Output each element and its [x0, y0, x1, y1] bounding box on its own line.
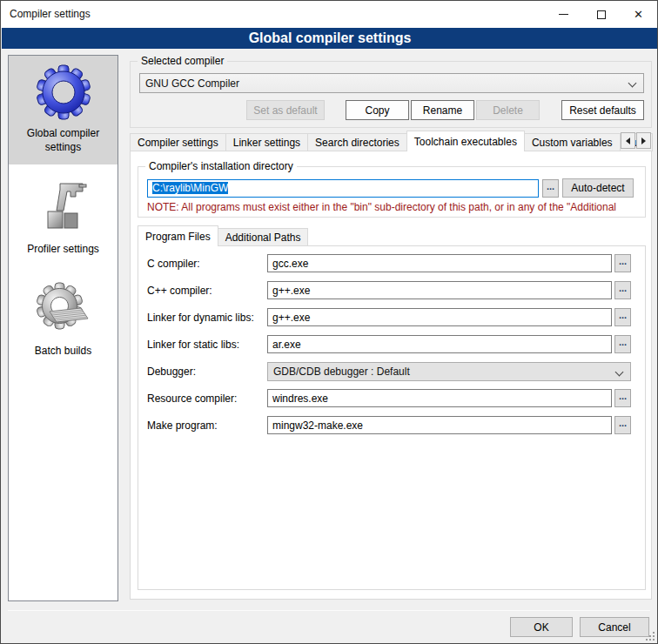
chevron-down-icon	[615, 368, 624, 377]
sidebar-item-label: Profiler settings	[22, 242, 104, 266]
minimize-button[interactable]	[545, 1, 582, 28]
resource-compiler-input[interactable]	[267, 389, 612, 407]
installation-directory-group: Compiler's installation directory C:\ray…	[138, 166, 646, 218]
caliper-tool-icon	[36, 180, 91, 236]
tab-scroll-left-button[interactable]	[621, 132, 635, 149]
debugger-select[interactable]: GDB/CDB debugger : Default	[267, 362, 631, 381]
chevron-down-icon	[628, 79, 637, 88]
main-panel: Selected compiler GNU GCC Compiler Set a…	[130, 55, 652, 601]
installation-directory-group-label: Compiler's installation directory	[145, 160, 297, 172]
linker-dynamic-input[interactable]	[267, 308, 612, 326]
sidebar-item-global-compiler-settings[interactable]: Global compiler settings	[9, 56, 118, 164]
program-files-tabbar: Program Files Additional Paths	[138, 226, 307, 246]
compiler-actions: Set as default Copy Rename Delete Reset …	[246, 100, 644, 120]
maximize-button[interactable]	[582, 1, 620, 28]
close-button[interactable]: ✕	[620, 1, 657, 28]
linker-dynamic-browse-button[interactable]: ...	[614, 308, 631, 326]
rename-button[interactable]: Rename	[411, 100, 474, 120]
blue-gear-icon	[36, 64, 91, 120]
toolchain-executables-page: Compiler's installation directory C:\ray…	[130, 151, 652, 600]
c-compiler-label: C compiler:	[147, 258, 200, 270]
settings-category-list: Global compiler settings Profiler settin…	[8, 55, 118, 601]
compiler-select[interactable]: GNU GCC Compiler	[139, 73, 644, 93]
window-title: Compiler settings	[10, 1, 91, 28]
bin-subdirectory-note: NOTE: All programs must exist either in …	[147, 201, 645, 213]
compiler-settings-dialog: Compiler settings ✕ Global compiler sett…	[0, 0, 658, 644]
selected-compiler-group: Selected compiler GNU GCC Compiler Set a…	[130, 61, 652, 128]
make-program-browse-button[interactable]: ...	[614, 416, 631, 434]
tab-linker-settings[interactable]: Linker settings	[225, 133, 308, 151]
resize-grip[interactable]	[646, 632, 655, 641]
linker-static-label: Linker for static libs:	[147, 339, 239, 351]
tab-program-files[interactable]: Program Files	[138, 225, 218, 246]
linker-static-input[interactable]	[267, 335, 612, 353]
reset-defaults-button[interactable]: Reset defaults	[561, 100, 644, 120]
caption-buttons: ✕	[545, 1, 657, 28]
make-program-label: Make program:	[147, 419, 218, 432]
footer-divider	[8, 610, 650, 611]
program-files-page: C compiler: ... C++ compiler: ... Linker…	[138, 245, 646, 590]
sidebar-item-profiler-settings[interactable]: Profiler settings	[9, 171, 118, 266]
linker-static-browse-button[interactable]: ...	[614, 335, 631, 353]
sidebar-item-label: Global compiler settings	[9, 126, 118, 164]
tab-compiler-settings[interactable]: Compiler settings	[130, 133, 226, 151]
c-compiler-input[interactable]	[267, 254, 612, 272]
arrow-left-icon	[626, 138, 630, 144]
make-program-input[interactable]	[267, 416, 612, 434]
sidebar-item-batch-builds[interactable]: Batch builds	[9, 273, 118, 368]
installation-directory-input[interactable]: C:\raylib\MinGW	[147, 179, 539, 198]
auto-detect-button[interactable]: Auto-detect	[562, 178, 634, 198]
sidebar-item-label: Batch builds	[30, 344, 97, 368]
cancel-button[interactable]: Cancel	[580, 617, 649, 637]
minimize-icon	[559, 14, 568, 15]
browse-directory-button[interactable]: ...	[542, 179, 559, 198]
delete-button[interactable]: Delete	[476, 100, 540, 120]
cpp-compiler-label: C++ compiler:	[147, 285, 212, 297]
arrow-right-icon	[641, 138, 646, 144]
cpp-compiler-browse-button[interactable]: ...	[614, 281, 631, 299]
tab-additional-paths[interactable]: Additional Paths	[218, 228, 309, 246]
settings-tabbar: Compiler settings Linker settings Search…	[130, 131, 652, 151]
cpp-compiler-input[interactable]	[267, 281, 612, 299]
close-icon: ✕	[634, 8, 643, 21]
set-as-default-button[interactable]: Set as default	[246, 100, 325, 120]
titlebar: Compiler settings ✕	[1, 1, 657, 28]
resource-compiler-browse-button[interactable]: ...	[614, 389, 631, 407]
copy-button[interactable]: Copy	[346, 100, 409, 120]
linker-dynamic-label: Linker for dynamic libs:	[147, 312, 254, 324]
tab-scroll-right-button[interactable]	[636, 132, 651, 149]
c-compiler-browse-button[interactable]: ...	[614, 254, 631, 272]
selected-compiler-group-label: Selected compiler	[138, 55, 227, 67]
selected-path-text: C:\raylib\MinGW	[152, 182, 228, 194]
compiler-select-value: GNU GCC Compiler	[145, 77, 239, 90]
maximize-icon	[597, 10, 606, 19]
page-title: Global compiler settings	[2, 28, 658, 49]
tab-toolchain-executables[interactable]: Toolchain executables	[406, 131, 525, 151]
debugger-label: Debugger:	[147, 366, 196, 378]
gray-gear-stack-icon	[36, 282, 91, 338]
tab-custom-variables[interactable]: Custom variables	[524, 133, 621, 151]
debugger-select-value: GDB/CDB debugger : Default	[273, 366, 410, 378]
ok-button[interactable]: OK	[510, 617, 573, 637]
resource-compiler-label: Resource compiler:	[147, 392, 237, 405]
tab-search-directories[interactable]: Search directories	[307, 133, 407, 151]
